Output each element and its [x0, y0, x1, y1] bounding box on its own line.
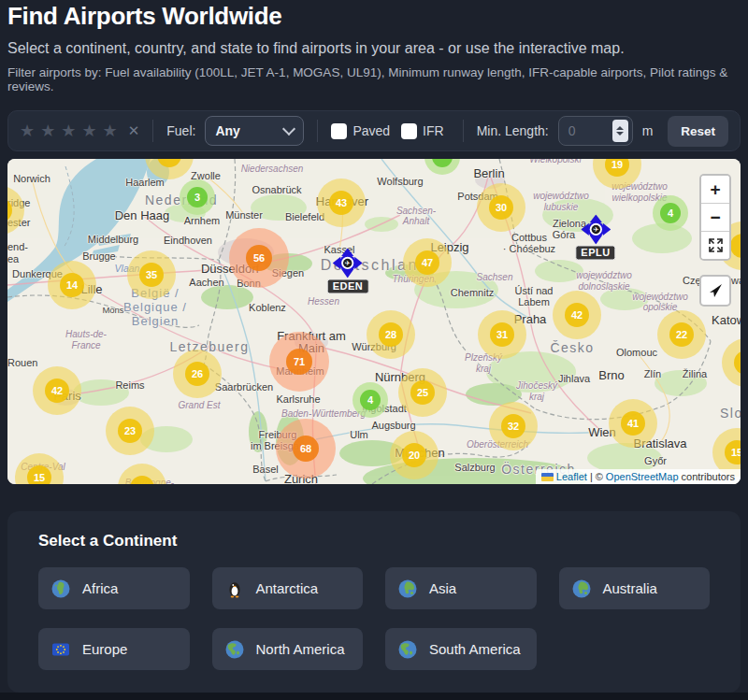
cluster-count: 56: [246, 245, 272, 271]
fullscreen-icon: [709, 238, 723, 252]
airport-cluster-marker[interactable]: 71: [269, 332, 329, 392]
cluster-count: 35: [139, 263, 164, 287]
airport-cluster-marker[interactable]: 30: [477, 183, 525, 232]
airport-cluster-marker[interactable]: 4: [352, 382, 388, 418]
stepper-down-icon[interactable]: [616, 132, 624, 136]
cluster-count: 43: [329, 191, 353, 215]
globe-asia-icon: [398, 579, 417, 598]
cluster-count: 26: [185, 362, 209, 386]
penguin-icon: [225, 579, 244, 598]
fuel-select[interactable]: Any: [205, 116, 304, 146]
min-length-unit: m: [642, 123, 654, 138]
airport-cluster-marker[interactable]: 31: [478, 310, 526, 359]
number-stepper[interactable]: [612, 120, 628, 142]
star-icon[interactable]: ★: [40, 122, 55, 139]
osm-link[interactable]: OpenStreetMap: [606, 471, 679, 482]
locate-me-button[interactable]: [699, 275, 731, 307]
copyright-symbol: ©: [596, 471, 603, 482]
continent-label: South America: [429, 641, 521, 657]
page-subtitle: Select a continent, country, and state t…: [7, 40, 625, 57]
clear-rating-icon[interactable]: ✕: [128, 122, 140, 139]
airport-cluster-marker[interactable]: 14: [48, 261, 96, 309]
continent-button-south-america[interactable]: South America: [385, 628, 537, 670]
continent-button-europe[interactable]: Europe: [38, 628, 190, 670]
cluster-count: 20: [402, 443, 426, 467]
filter-note: Filter airports by: Fuel availability (1…: [7, 65, 748, 93]
cluster-count: 14: [60, 273, 84, 297]
airport-cluster-marker[interactable]: 25: [398, 368, 447, 417]
continent-grid: AfricaAntarcticaAsiaAustraliaEuropeNorth…: [31, 567, 717, 670]
continent-label: Antarctica: [256, 580, 319, 596]
cluster-count: 19: [605, 159, 629, 177]
cluster-count: 28: [379, 322, 403, 347]
airport-cluster-marker[interactable]: 20: [390, 431, 439, 479]
star-icon[interactable]: ★: [81, 122, 96, 139]
airport-cluster-marker[interactable]: 4: [653, 195, 688, 231]
airport-cluster-marker[interactable]: 42: [33, 366, 81, 415]
attribution-contributors: contributors: [682, 471, 735, 482]
cluster-count: [157, 159, 181, 167]
globe-americas-icon: [398, 640, 417, 659]
airport-cluster-marker[interactable]: 35: [127, 250, 176, 299]
interactive-map[interactable]: Norwichridgeesterend-eaHaarlemZwolleDen …: [7, 159, 741, 484]
continent-label: Africa: [82, 580, 118, 596]
cluster-count: 68: [293, 436, 319, 462]
divider: [152, 120, 153, 142]
continent-button-antarctica[interactable]: Antarctica: [212, 567, 364, 609]
airport-cluster-marker[interactable]: 28: [367, 310, 415, 359]
min-length-input[interactable]: 0: [558, 116, 633, 146]
airport-cluster-marker[interactable]: 32: [489, 402, 538, 450]
airport-marker-eden[interactable]: ✈EDEN: [327, 248, 369, 293]
airport-cluster-marker[interactable]: 43: [317, 179, 366, 227]
airport-cluster-marker[interactable]: 22: [657, 310, 706, 359]
globe-asia-icon: [572, 579, 591, 598]
star-icon[interactable]: ★: [20, 122, 35, 139]
cluster-count: 41: [621, 411, 645, 436]
star-icon[interactable]: ★: [61, 122, 76, 139]
airport-cluster-marker[interactable]: 41: [609, 399, 657, 448]
rating-filter: ★★★★★ ✕: [20, 122, 139, 139]
paved-checkbox[interactable]: [331, 123, 347, 139]
airport-cluster-marker[interactable]: 42: [553, 291, 601, 339]
airport-cluster-marker[interactable]: 23: [106, 407, 154, 455]
attribution-separator: |: [590, 471, 593, 482]
ukraine-flag-icon: [541, 473, 554, 481]
ifr-checkbox[interactable]: [401, 123, 417, 139]
cluster-count: 71: [286, 349, 312, 375]
cluster-count: 42: [565, 303, 589, 327]
map-zoom-controls: + −: [699, 174, 731, 261]
filter-bar: ★★★★★ ✕ Fuel: Any Paved IFR Min. Length:…: [7, 110, 741, 151]
stepper-up-icon[interactable]: [616, 126, 624, 130]
airport-cluster-marker[interactable]: 26: [173, 350, 222, 398]
cluster-count: 32: [501, 414, 525, 438]
star-rating-icons[interactable]: ★★★★★: [20, 122, 118, 139]
fuel-select-value: Any: [215, 123, 239, 138]
zoom-out-button[interactable]: −: [701, 203, 729, 231]
airport-finder-page: Find Airports Worldwide Select a contine…: [0, 0, 748, 700]
airport-cluster-marker[interactable]: 56: [229, 228, 289, 288]
star-icon[interactable]: ★: [103, 122, 118, 139]
paved-filter: Paved IFR: [331, 123, 449, 139]
zoom-in-button[interactable]: +: [701, 176, 729, 203]
svg-text:✈: ✈: [593, 225, 598, 234]
airport-code-label: EPLU: [575, 245, 615, 260]
cluster-count: 47: [415, 250, 439, 275]
airport-marker-eplu[interactable]: ✈EPLU: [575, 214, 615, 260]
leaflet-link[interactable]: Leaflet: [556, 471, 587, 482]
cluster-count: [130, 476, 154, 484]
cluster-count: 4: [660, 203, 681, 223]
cluster-count: 22: [669, 322, 694, 347]
continent-label: Asia: [429, 580, 456, 596]
fullscreen-button[interactable]: [701, 231, 729, 259]
airport-cluster-marker[interactable]: 47: [403, 238, 452, 287]
continent-button-asia[interactable]: Asia: [385, 567, 537, 609]
reset-button[interactable]: Reset: [668, 116, 728, 147]
airport-cluster-marker[interactable]: 3: [180, 179, 215, 215]
cluster-count: 30: [489, 195, 513, 220]
continent-button-north-america[interactable]: North America: [212, 628, 364, 670]
continent-button-australia[interactable]: Australia: [559, 567, 711, 609]
continent-button-africa[interactable]: Africa: [38, 567, 190, 609]
navigation-arrow-icon: [708, 283, 723, 298]
airport-compass-icon: ✈: [333, 248, 363, 278]
airport-cluster-marker[interactable]: 68: [276, 419, 336, 479]
